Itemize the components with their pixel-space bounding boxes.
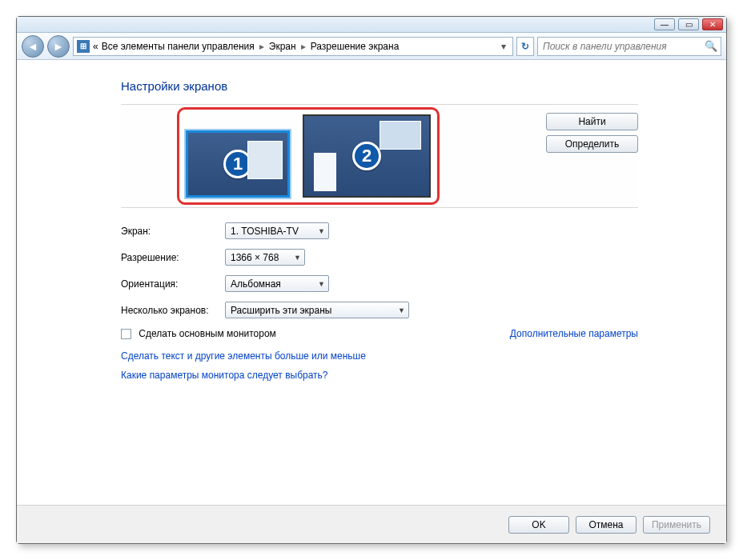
chevron-right-icon: ▸ bbox=[299, 41, 307, 52]
preview-side-buttons: Найти Определить bbox=[546, 113, 638, 153]
explorer-window: — ▭ ✕ ◄ ► ⊞ « Все элементы панели управл… bbox=[16, 16, 727, 544]
detect-button[interactable]: Найти bbox=[546, 113, 638, 130]
maximize-button[interactable]: ▭ bbox=[678, 18, 699, 30]
search-input[interactable] bbox=[541, 40, 705, 53]
breadcrumb-prefix: « bbox=[93, 41, 98, 52]
multiple-displays-value: Расширить эти экраны bbox=[231, 305, 331, 316]
close-button[interactable]: ✕ bbox=[702, 18, 723, 30]
control-panel-icon: ⊞ bbox=[77, 40, 90, 53]
apply-button[interactable]: Применить bbox=[643, 516, 710, 534]
main-panel: Настройки экранов 1 2 Найти Определить bbox=[17, 60, 726, 505]
resolution-dropdown[interactable]: 1366 × 768 ▼ bbox=[225, 249, 305, 266]
address-dropdown-icon[interactable]: ▾ bbox=[498, 41, 509, 52]
display-label: Экран: bbox=[121, 226, 225, 237]
display-preview-area: 1 2 Найти Определить bbox=[121, 104, 638, 208]
chevron-down-icon: ▼ bbox=[398, 306, 405, 314]
nav-forward-button[interactable]: ► bbox=[47, 35, 70, 58]
chevron-down-icon: ▼ bbox=[318, 280, 325, 288]
main-display-checkbox[interactable] bbox=[121, 329, 131, 339]
orientation-label: Ориентация: bbox=[121, 278, 225, 290]
multiple-displays-label: Несколько экранов: bbox=[121, 305, 225, 316]
page-title: Настройки экранов bbox=[121, 79, 638, 93]
breadcrumb-all-items[interactable]: Все элементы панели управления bbox=[102, 41, 255, 52]
content-area: Настройки экранов 1 2 Найти Определить bbox=[17, 60, 726, 505]
cancel-button[interactable]: Отмена bbox=[576, 516, 637, 534]
help-links: Сделать текст и другие элементы больше и… bbox=[121, 350, 638, 381]
multiple-displays-row: Несколько экранов: Расширить эти экраны … bbox=[121, 302, 638, 318]
text-size-link[interactable]: Сделать текст и другие элементы больше и… bbox=[121, 350, 638, 362]
minimize-button[interactable]: — bbox=[654, 18, 675, 30]
ok-button[interactable]: OK bbox=[508, 516, 569, 534]
address-bar[interactable]: ⊞ « Все элементы панели управления ▸ Экр… bbox=[73, 37, 513, 56]
breadcrumb-resolution[interactable]: Разрешение экрана bbox=[311, 41, 400, 52]
monitor-1[interactable]: 1 bbox=[186, 130, 290, 198]
monitor-2-badge: 2 bbox=[352, 142, 381, 170]
titlebar: — ▭ ✕ bbox=[17, 17, 726, 33]
advanced-settings-link[interactable]: Дополнительные параметры bbox=[510, 328, 638, 339]
monitor-2[interactable]: 2 bbox=[303, 114, 431, 198]
multiple-displays-dropdown[interactable]: Расширить эти экраны ▼ bbox=[225, 302, 409, 318]
dialog-footer: OK Отмена Применить bbox=[17, 505, 726, 543]
resolution-label: Разрешение: bbox=[121, 252, 225, 263]
chevron-down-icon: ▼ bbox=[318, 227, 325, 235]
orientation-dropdown[interactable]: Альбомная ▼ bbox=[225, 275, 329, 292]
display-row: Экран: 1. TOSHIBA-TV ▼ bbox=[121, 222, 638, 239]
search-icon: 🔍 bbox=[705, 40, 717, 52]
resolution-row: Разрешение: 1366 × 768 ▼ bbox=[121, 249, 638, 266]
search-box[interactable]: 🔍 bbox=[537, 37, 721, 56]
refresh-button[interactable]: ↻ bbox=[516, 37, 534, 56]
breadcrumb-display[interactable]: Экран bbox=[269, 41, 296, 52]
main-display-row: Сделать основным монитором Дополнительны… bbox=[121, 328, 638, 339]
display-dropdown[interactable]: 1. TOSHIBA-TV ▼ bbox=[225, 222, 329, 239]
orientation-row: Ориентация: Альбомная ▼ bbox=[121, 275, 638, 292]
main-display-checkbox-label: Сделать основным монитором bbox=[139, 328, 276, 339]
resolution-value: 1366 × 768 bbox=[231, 252, 279, 263]
nav-back-button[interactable]: ◄ bbox=[22, 35, 44, 58]
highlight-box: 1 2 bbox=[177, 107, 440, 205]
chevron-down-icon: ▼ bbox=[294, 254, 301, 262]
navigation-bar: ◄ ► ⊞ « Все элементы панели управления ▸… bbox=[17, 33, 726, 60]
display-value: 1. TOSHIBA-TV bbox=[231, 226, 299, 237]
orientation-value: Альбомная bbox=[231, 278, 281, 290]
monitor-settings-help-link[interactable]: Какие параметры монитора следует выбрать… bbox=[121, 370, 638, 381]
main-display-checkbox-group[interactable]: Сделать основным монитором bbox=[121, 328, 276, 339]
identify-button[interactable]: Определить bbox=[546, 135, 638, 153]
chevron-right-icon: ▸ bbox=[258, 41, 266, 52]
